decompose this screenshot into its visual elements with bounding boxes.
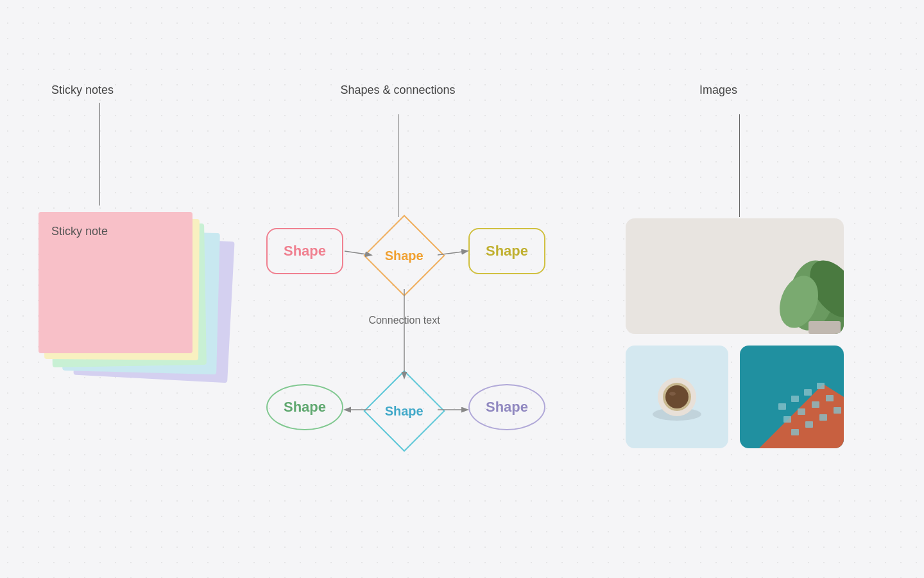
sticky-notes-section-label: Sticky notes [51,83,114,97]
building-illustration [740,346,844,448]
svg-rect-14 [817,383,825,389]
sticky-note-text: Sticky note [51,225,108,238]
sticky-note-stack: Sticky note [38,212,218,379]
svg-rect-17 [812,401,819,408]
shape-pink-rect[interactable]: Shape [266,228,343,274]
svg-rect-15 [783,416,791,423]
svg-rect-18 [826,395,834,401]
image-coffee[interactable] [626,346,728,448]
svg-rect-13 [804,389,812,396]
shape-orange-diamond-label: Shape [385,249,424,263]
plant-illustration [715,218,844,334]
svg-rect-11 [778,403,786,410]
svg-rect-16 [798,408,805,415]
shapes-section-label: Shapes & connections [334,83,462,97]
shape-cyan-diamond-label: Shape [385,404,424,419]
canvas: Sticky notes Sticky note Shapes & connec… [0,0,924,578]
svg-point-8 [665,385,689,408]
svg-rect-4 [809,321,841,334]
images-connector-line [739,114,740,217]
shape-cyan-diamond[interactable]: Shape [363,370,445,451]
shape-green-ellipse[interactable]: Shape [266,384,343,430]
sticky-note-pink: Sticky note [38,212,193,353]
shape-cyan-diamond-wrapper: Shape [372,379,436,443]
shape-purple-ellipse[interactable]: Shape [468,384,545,430]
svg-marker-10 [759,384,844,448]
shape-yellow-rect[interactable]: Shape [468,228,545,274]
shape-orange-diamond[interactable]: Shape [363,215,445,296]
svg-rect-20 [805,421,813,428]
svg-rect-21 [819,414,827,421]
coffee-illustration [648,368,706,426]
shapes-connector-top-line [398,114,398,217]
images-section-label: Images [699,83,737,97]
svg-rect-19 [791,429,799,435]
svg-rect-12 [791,396,799,402]
image-building[interactable] [740,346,844,448]
svg-point-9 [669,392,676,396]
connection-text: Connection text [366,315,443,326]
shape-orange-diamond-wrapper: Shape [372,223,436,288]
sticky-notes-connector-line [99,103,100,206]
svg-rect-22 [834,407,841,414]
image-plant[interactable] [626,218,844,334]
